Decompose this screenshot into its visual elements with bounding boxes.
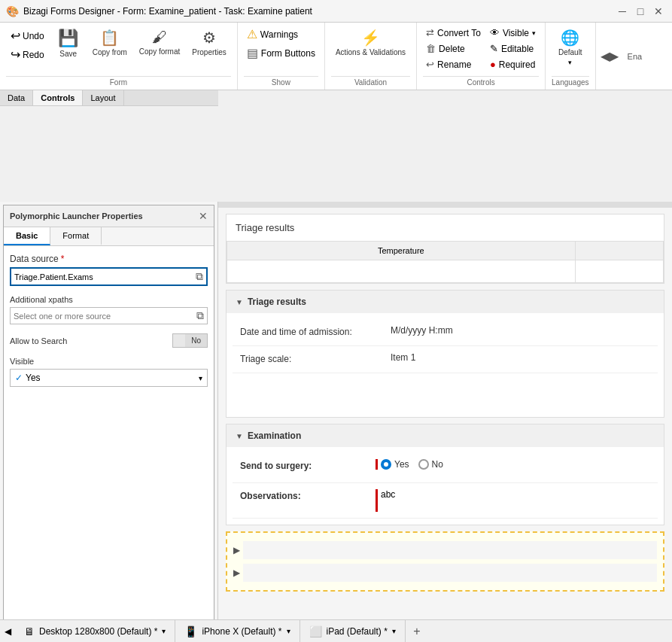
send-surgery-value: Yes No [376,459,650,470]
redo-icon: ↪ [11,47,20,62]
toggle-left-side[interactable] [173,334,185,347]
warnings-label: Warnings [260,29,298,40]
triage-scale-value: Item 1 [391,352,650,363]
languages-icon: 🌐 [561,29,579,47]
form-btn-icon: ▤ [247,46,258,60]
actions-validations-button[interactable]: ⚡ Actions & Validations [331,26,410,60]
temperature-cell1 [227,260,576,283]
ribbon-controls-inner: ⇄ Convert To 🗑 Delete ↩ Rename 👁 Visible… [423,26,539,73]
ipad-tab[interactable]: ⬜ iPad (Default) * ▾ [300,620,406,642]
editable-button[interactable]: ✎ Editable [487,41,539,56]
minimize-button[interactable]: ─ [615,4,630,19]
required-label: Required [499,59,536,70]
properties-tabs: Basic Format [4,227,214,246]
delete-button[interactable]: 🗑 Delete [423,41,484,56]
play-button-2[interactable]: ▶ [233,567,240,578]
redo-label: Redo [23,50,44,60]
tab-layout[interactable]: Layout [83,90,123,105]
iphone-tab[interactable]: 📱 iPhone X (Default) * ▾ [175,620,300,642]
actions-icon: ⚡ [361,29,380,47]
examination-header: ▼ Examination [227,424,664,447]
date-admission-value: M/d/yyyy H:mm [391,325,650,336]
visible-button[interactable]: 👁 Visible ▾ [487,26,539,40]
observations-value: abc [376,489,395,512]
bottom-left-arrow[interactable]: ◀ [0,620,15,643]
visible-select[interactable]: ✓ Yes ▾ [10,369,208,387]
required-button[interactable]: ● Required [487,57,539,72]
rename-button[interactable]: ↩ Rename [423,57,484,72]
triage-scale-row: Triage scale: Item 1 [233,346,658,373]
convert-to-button[interactable]: ⇄ Convert To [423,26,484,40]
observations-row: Observations: abc [233,483,658,519]
additional-xpaths-input-row: ⧉ [10,307,208,324]
copy-from-button[interactable]: 📋 Copy from [88,26,132,60]
tab-controls[interactable]: Controls [33,90,83,105]
close-button[interactable]: ✕ [651,4,666,19]
properties-header: Polymorphic Launcher Properties ✕ [4,205,214,227]
additional-xpaths-copy-icon[interactable]: ⧉ [196,309,204,322]
add-tab-button[interactable]: + [406,620,428,643]
prop-tab-basic[interactable]: Basic [4,227,50,245]
save-button[interactable]: 💾 Save [52,26,85,62]
default-button[interactable]: 🌐 Default ▾ [554,26,587,69]
desktop-tab[interactable]: 🖥 Desktop 1280x800 (Default) * ▾ [15,620,175,642]
required-asterisk: * [61,254,65,264]
visible-btn-label: Visible [503,28,529,38]
additional-xpaths-group: Additional xpaths ⧉ [10,295,208,324]
controls-right-col: 👁 Visible ▾ ✎ Editable ● Required [487,26,539,72]
form-buttons-button[interactable]: ▤ Form Buttons [244,44,318,62]
warnings-button[interactable]: ⚠ Warnings [244,26,318,43]
form-area: Triage results Temperature [218,202,672,642]
copy-format-label: Copy format [139,47,180,56]
triage-results-body: Date and time of admission: M/d/yyyy H:m… [227,313,664,417]
play-row-1: ▶ [233,539,657,561]
prop-tab-format[interactable]: Format [50,227,102,245]
ribbon-validation-group: ⚡ Actions & Validations Validation [325,23,417,90]
triage-chevron-icon: ▼ [236,298,243,306]
maximize-button[interactable]: □ [633,4,648,19]
titlebar-title: Bizagi Forms Designer - Form: Examine_pa… [23,6,615,17]
examination-title: Examination [248,431,301,441]
app-icon: 🎨 [6,5,19,17]
radio-no-circle[interactable] [418,459,429,470]
temperature-header2 [575,242,663,260]
tab-data[interactable]: Data [0,90,33,105]
visible-value: Yes [26,373,41,383]
additional-xpaths-input[interactable] [14,312,193,321]
default-dropdown-arrow: ▾ [568,59,572,66]
panel-tabs: Data Controls Layout [0,90,218,106]
delete-label: Delete [439,44,465,54]
data-source-group: Data source * ⧉ [10,254,208,286]
observations-label: Observations: [240,489,376,501]
bottom-bar: ◀ 🖥 Desktop 1280x800 (Default) * ▾ 📱 iPh… [0,619,672,642]
triage-results-section: ▼ Triage results Date and time of admiss… [226,290,664,418]
visible-label: Visible [10,357,208,366]
play-content-1 [243,541,657,559]
ribbon-overflow-button[interactable]: ◀▶ [596,23,623,90]
allow-search-toggle[interactable]: No [172,333,208,348]
ribbon-form-group: ↩ Undo ↪ Redo 💾 Save 📋 Copy from 🖌 [0,23,238,90]
tablet-icon: ⬜ [309,625,322,637]
play-button-1[interactable]: ▶ [233,545,240,555]
radio-yes-inner [384,462,388,467]
enable-button[interactable]: Ena [623,23,647,90]
data-source-input[interactable] [14,272,193,281]
data-source-copy-icon[interactable]: ⧉ [196,270,203,283]
properties-button[interactable]: ⚙ Properties [187,26,231,60]
phone-icon: 📱 [184,625,197,637]
allow-search-row: Allow to Search No [10,333,208,348]
send-surgery-row: Send to surgery: Yes [233,453,658,483]
desktop-tab-label: Desktop 1280x800 (Default) * [39,626,157,637]
properties-icon: ⚙ [202,29,216,47]
toggle-right-side[interactable]: No [185,334,207,347]
examination-section: ▼ Examination Send to surgery: [226,424,664,525]
properties-close-button[interactable]: ✕ [199,210,208,222]
undo-button[interactable]: ↩ Undo [8,27,47,44]
ipad-tab-label: iPad (Default) * [327,626,388,637]
copy-format-button[interactable]: 🖌 Copy format [135,26,184,59]
ipad-dropdown-icon: ▾ [392,627,396,635]
data-source-label: Data source * [10,254,208,264]
editable-label: Editable [501,44,534,54]
radio-yes-circle[interactable] [381,459,391,470]
redo-button[interactable]: ↪ Redo [8,46,47,63]
